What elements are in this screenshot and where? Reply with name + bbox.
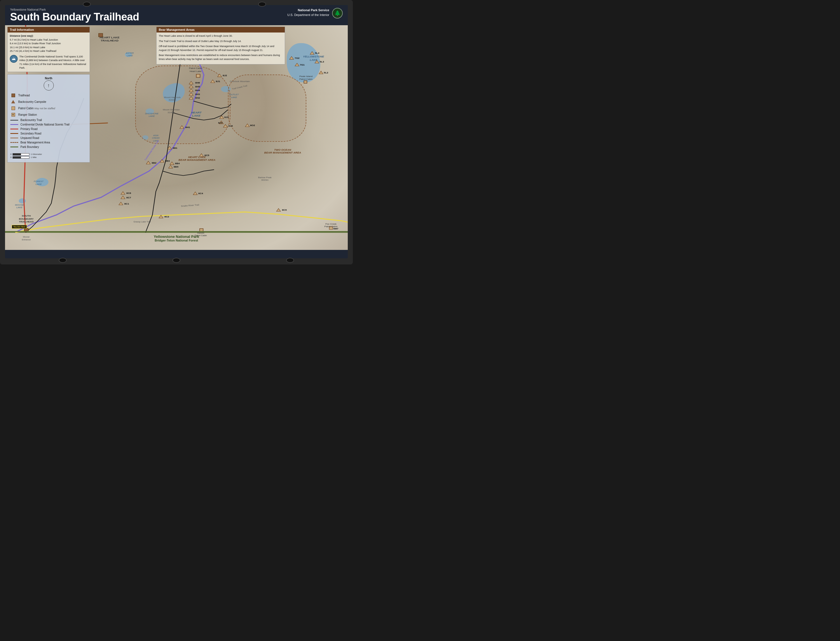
svg-text:Fox Creek: Fox Creek (325, 223, 336, 225)
patrol-cabin-legend-icon (10, 106, 16, 111)
svg-text:8H5: 8H5 (195, 85, 200, 88)
svg-marker-81 (295, 63, 299, 66)
btn-label: Bridger-Teton National Forest (154, 239, 199, 242)
bma-para-4: Bear Management Area restrictions are es… (159, 53, 283, 61)
park-boundary-line (5, 231, 348, 232)
svg-marker-37 (218, 74, 222, 77)
bma-line-icon (10, 142, 18, 143)
svg-marker-71 (276, 208, 281, 211)
km-scale: 0 1 Kilometer (10, 153, 87, 156)
svg-marker-27 (189, 85, 193, 88)
svg-text:8H6: 8H6 (195, 82, 200, 84)
svg-text:BOUNDARY: BOUNDARY (19, 217, 34, 220)
bma-legend-label: Bear Management Area (21, 141, 50, 144)
svg-marker-57 (169, 165, 173, 168)
main-panel: Yellowstone National Park South Boundary… (5, 5, 348, 258)
trail-info-header: Trail Information (8, 27, 90, 32)
svg-text:Overlook Mountain: Overlook Mountain (230, 81, 250, 83)
park-boundary-icon (10, 147, 18, 147)
ranger-station-legend-icon: R (10, 112, 16, 117)
cdnst-section: ⛰ The Continental Divide National Scenic… (10, 55, 87, 70)
svg-text:Heart Lake: Heart Lake (190, 70, 202, 72)
svg-text:ASTER: ASTER (125, 52, 134, 54)
distance-section: Distance (one way): 5.7 mi (9.2 km) to H… (10, 34, 87, 53)
svg-marker-25 (189, 81, 193, 84)
svg-text:8J6: 8J6 (218, 122, 223, 124)
primary-road-label: Primary Road (21, 127, 37, 130)
svg-text:8J1: 8J1 (216, 80, 220, 83)
nps-logo: 🌲 (332, 8, 343, 18)
svg-text:8C2: 8C2 (164, 216, 169, 218)
svg-text:Mount Sheridan: Mount Sheridan (163, 109, 180, 111)
svg-text:Continental Divide Trail: Continental Divide Trail (144, 140, 160, 161)
svg-text:8B2: 8B2 (152, 161, 156, 164)
svg-text:5L3: 5L3 (320, 61, 324, 63)
board-frame: Yellowstone National Park South Boundary… (0, 0, 353, 264)
trailhead-legend-icon (10, 93, 16, 98)
svg-text:LAKE: LAKE (127, 55, 133, 57)
svg-text:8J2: 8J2 (223, 74, 227, 77)
dist-2: 8.4 mi (13.5 km) to Snake River Trail Ju… (10, 42, 61, 45)
svg-text:Snake River Trail: Snake River Trail (181, 204, 199, 207)
bma-panel: Bear Management Areas The Heart Lake are… (156, 27, 285, 64)
svg-text:8C1: 8C1 (124, 202, 129, 205)
svg-text:3023m: 3023m (261, 179, 269, 181)
svg-text:Entrance: Entrance (22, 238, 31, 241)
svg-text:3162m: 3162m (169, 98, 176, 101)
legend-primary-road: Primary Road (10, 127, 87, 130)
svg-text:8B3: 8B3 (165, 160, 170, 162)
legend-secondary-road: Secondary Road (10, 132, 87, 135)
svg-text:OUTLET: OUTLET (229, 93, 239, 96)
campsite-legend-icon (10, 99, 16, 104)
svg-marker-39 (180, 126, 184, 128)
svg-text:Patrol Cabin: Patrol Cabin (324, 225, 337, 227)
bma-para-2: The Trail Creek Trail is closed east of … (159, 40, 283, 43)
svg-marker-67 (193, 192, 198, 195)
ynp-label: Yellowstone National Park (154, 235, 199, 239)
svg-marker-55 (170, 162, 174, 164)
trail-info-panel: Trail Information Distance (one way): 5.… (7, 27, 90, 72)
park-boundary-label: Park Boundary (21, 145, 39, 148)
trailhead-legend-label: Trailhead (18, 94, 30, 97)
svg-text:8H1: 8H1 (185, 126, 190, 128)
bolt-bottom-left (59, 258, 67, 263)
svg-text:8C7: 8C7 (126, 196, 131, 199)
svg-text:8O2: 8O2 (250, 124, 255, 127)
svg-text:8C9: 8C9 (282, 209, 287, 211)
svg-text:LAKE: LAKE (192, 114, 201, 117)
svg-text:5L4: 5L4 (315, 52, 319, 54)
header-right: National Park Service U.S. Department of… (287, 8, 343, 18)
svg-marker-63 (121, 196, 125, 199)
bolt-top-right (258, 2, 266, 7)
svg-text:TRAILHEAD: TRAILHEAD (101, 39, 119, 42)
svg-marker-43 (223, 124, 228, 127)
svg-marker-47 (245, 124, 249, 127)
svg-text:8H4: 8H4 (195, 89, 200, 92)
svg-text:Trail Creek Trail: Trail Creek Trail (232, 85, 248, 90)
legend-cdnst: Continental Divide National Scenic Trail (10, 123, 87, 126)
svg-rect-101 (304, 81, 307, 83)
svg-text:8B1: 8B1 (173, 147, 178, 149)
bolt-top-left (83, 2, 91, 7)
north-label: North (10, 77, 87, 80)
legend-park-boundary: Park Boundary (10, 145, 87, 148)
svg-rect-90 (98, 33, 103, 37)
bma-panel-header: Bear Management Areas (156, 27, 285, 32)
svg-text:8J4: 8J4 (228, 125, 233, 127)
svg-text:Grassy Lake Trail: Grassy Lake Trail (133, 221, 151, 223)
cdnst-text: The Continental Divide National Scenic T… (19, 55, 87, 70)
north-arrow: North ↑ (10, 77, 87, 90)
cdnst-legend-label: Continental Divide National Scenic Trail (21, 123, 69, 126)
unpaved-road-label: Unpaved Road (21, 137, 39, 140)
cdnst-trail-icon (10, 124, 18, 125)
svg-text:Harbell: Harbell (197, 232, 204, 234)
svg-text:HEART: HEART (191, 111, 202, 114)
dist-1: 5.7 mi (9.2 km) to Heart Lake Trail Junc… (10, 39, 58, 41)
svg-text:6M7: 6M7 (334, 227, 339, 230)
primary-road-icon (10, 129, 18, 129)
svg-text:Barlow Peak: Barlow Peak (258, 176, 271, 179)
page-title: South Boundary Trailhead (10, 11, 139, 23)
dist-4: 25.7 mi (41.4 km) to Heart Lake Trailhea… (10, 50, 56, 52)
svg-marker-61 (121, 192, 125, 195)
svg-text:Patrol Cabin: Patrol Cabin (189, 67, 202, 69)
